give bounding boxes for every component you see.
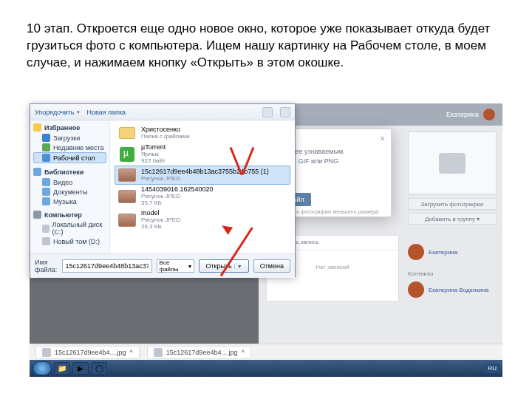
help-icon[interactable]: [280, 107, 290, 117]
avatar-icon: [408, 282, 424, 298]
windows-taskbar: 📁 ▶ ◯ RU: [30, 360, 502, 377]
image-icon: [118, 190, 136, 203]
chevron-up-icon: ^: [130, 349, 133, 356]
dialog-toolbar: Упорядочить Новая папка: [30, 104, 295, 120]
chevron-up-icon: ^: [241, 349, 244, 356]
download-item[interactable]: 15c12617d9ee4b4....jpg^: [147, 346, 251, 359]
star-icon: [33, 123, 41, 132]
nav-computer[interactable]: Компьютер: [33, 211, 106, 219]
player-icon[interactable]: ▶: [72, 362, 89, 375]
nav-documents[interactable]: Документы: [33, 187, 106, 197]
file-filter-select[interactable]: Все файлы▾: [157, 259, 195, 273]
computer-icon: [33, 211, 41, 219]
screenshot-area: Екатерина Загрузить фотографии Добавить …: [30, 103, 502, 377]
upload-photo-button[interactable]: Загрузить фотографии: [408, 198, 497, 210]
download-icon: [42, 134, 50, 142]
download-item[interactable]: 15c12617d9ee4b4....jpg^: [35, 346, 140, 359]
file-row-image[interactable]: 1454039016.162540020Рисунок JPEG35,7 КБ: [115, 185, 290, 208]
browser-downloads-bar: 15c12617d9ee4b4....jpg^ 15c12617d9ee4b4.…: [30, 344, 502, 360]
file-row-shortcut[interactable]: µTorrentЯрлык922 байт: [115, 143, 290, 166]
view-icon[interactable]: [262, 107, 273, 117]
organize-menu[interactable]: Упорядочить: [35, 109, 80, 116]
nav-music[interactable]: Музыка: [33, 197, 106, 206]
library-icon: [33, 168, 41, 176]
file-meta: Рисунок JPEG26,3 КБ: [141, 217, 180, 231]
doc-icon: [42, 188, 50, 196]
image-icon: [118, 168, 136, 182]
desktop-icon: [42, 154, 50, 162]
file-list: ХристосенкоПапка с файлами µTorrentЯрлык…: [110, 120, 295, 253]
instruction-text: 10 этап. Откроется еще одно новое окно, …: [0, 0, 532, 79]
cancel-button[interactable]: Отмена: [253, 259, 290, 273]
vk-right-column: Екатерина Контакты Екатерина Воденкина: [408, 244, 497, 308]
language-indicator[interactable]: RU: [485, 364, 499, 373]
file-open-dialog: Упорядочить Новая папка Избранное Загруз…: [30, 103, 296, 277]
nav-disk-d[interactable]: Новый том (D:): [33, 236, 106, 246]
chevron-down-icon: ▾: [188, 263, 191, 270]
music-icon: [42, 197, 50, 205]
chrome-icon[interactable]: ◯: [91, 362, 107, 375]
file-row-folder[interactable]: ХристосенкоПапка с файлами: [115, 123, 290, 143]
file-row-image[interactable]: modelРисунок JPEG26,3 КБ: [115, 208, 290, 231]
filename-input[interactable]: [62, 259, 152, 273]
avatar-icon: [408, 244, 424, 260]
contact-name: Екатерина Воденкина: [429, 287, 488, 293]
file-meta: Папка с файлами: [141, 134, 190, 140]
nav-disk-c[interactable]: Локальный диск (C:): [33, 220, 106, 236]
nav-favorites[interactable]: Избранное: [33, 123, 106, 132]
nav-libraries[interactable]: Библиотеки: [33, 168, 106, 176]
dialog-bottom-bar: Имя файла: Все файлы▾ Открыть▼ Отмена: [30, 253, 295, 278]
avatar-icon[interactable]: [483, 109, 495, 120]
add-to-group-button[interactable]: Добавить в группу ▾: [408, 213, 497, 225]
explorer-icon[interactable]: 📁: [54, 362, 70, 375]
image-icon: [118, 214, 136, 227]
video-icon: [42, 178, 50, 186]
recent-icon: [42, 143, 50, 151]
start-button[interactable]: [33, 361, 52, 375]
nav-pane: Избранное Загрузки Недавние места Рабочи…: [30, 120, 110, 253]
group-photo-placeholder[interactable]: [408, 132, 497, 194]
chevron-down-icon: ▼: [234, 264, 242, 269]
friend-name: Екатерина: [429, 249, 457, 256]
new-folder-button[interactable]: Новая папка: [87, 109, 126, 116]
nav-downloads[interactable]: Загрузки: [33, 133, 106, 143]
contacts-header: Контакты: [408, 270, 497, 277]
vk-user-name: Екатерина: [446, 111, 479, 118]
file-meta: Ярлык922 байт: [141, 151, 166, 165]
file-meta: Рисунок JPEG: [141, 176, 269, 183]
file-icon: [42, 348, 51, 357]
disk-icon: [42, 237, 50, 245]
utorrent-icon: [120, 147, 134, 162]
file-meta: Рисунок JPEG35,7 КБ: [141, 194, 214, 207]
nav-desktop[interactable]: Рабочий стол: [33, 152, 106, 163]
open-button[interactable]: Открыть▼: [199, 259, 248, 273]
people-icon: [439, 153, 466, 174]
friend-item[interactable]: Екатерина: [408, 244, 497, 260]
nav-video[interactable]: Видео: [33, 177, 106, 187]
contact-item[interactable]: Екатерина Воденкина: [408, 282, 497, 298]
nav-recent[interactable]: Недавние места: [33, 143, 106, 152]
disk-icon: [42, 225, 50, 233]
folder-icon: [119, 127, 135, 139]
filename-label: Имя файла:: [35, 259, 58, 273]
close-icon[interactable]: ×: [380, 134, 385, 144]
file-icon: [154, 348, 163, 357]
file-row-selected[interactable]: 15c12617d9ee4b48b13ac3755b24b755 (1)Рису…: [115, 166, 290, 185]
